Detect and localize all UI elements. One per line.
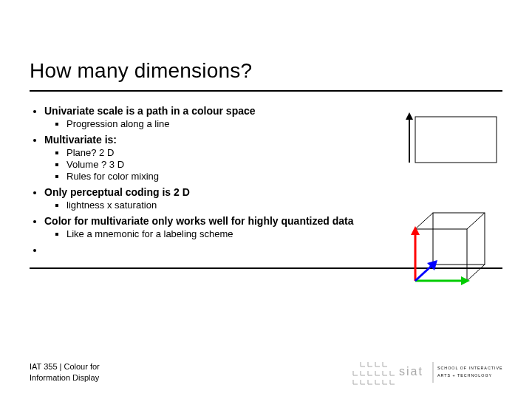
bullet-1: Univariate scale is a path in a colour s… — [44, 105, 392, 129]
bullet-2-heading: Multivariate is: — [44, 134, 117, 146]
slide: How many dimensions? Univariate scale is… — [0, 0, 532, 399]
text-column: Univariate scale is a path in a colour s… — [30, 105, 392, 256]
figure-3d-svg — [400, 208, 502, 296]
svg-line-6 — [467, 213, 485, 229]
title-divider — [30, 90, 502, 92]
bullet-4: Color for multivariate only works well f… — [44, 215, 392, 239]
bullet-4-heading: Color for multivariate only works well f… — [44, 215, 354, 227]
bullet-2-sub-3: Rules for color mixing — [66, 171, 392, 182]
footer-line-2: Information Display — [30, 372, 148, 383]
bullet-2-sub-2: Volume ? 3 D — [66, 159, 392, 170]
bullet-1-sublist: Progression along a line — [44, 118, 392, 129]
svg-line-5 — [415, 213, 433, 229]
school-logo: siat SCHOOL OF INTERACTIVE ARTS + TECHNO… — [347, 358, 502, 387]
bullet-3-heading: Only perceptual coding is 2 D — [44, 186, 190, 198]
bullet-3-sub-1: lightness x saturation — [66, 200, 392, 211]
school-logo-svg: siat SCHOOL OF INTERACTIVE ARTS + TECHNO… — [347, 358, 502, 387]
svg-rect-0 — [415, 117, 497, 163]
svg-line-13 — [415, 265, 433, 281]
bullet-3-sublist: lightness x saturation — [44, 200, 392, 211]
bullet-list: Univariate scale is a path in a colour s… — [30, 105, 392, 256]
svg-marker-10 — [411, 226, 420, 235]
svg-marker-2 — [406, 112, 413, 120]
content-area: Univariate scale is a path in a colour s… — [30, 105, 502, 256]
footer-text: IAT 355 | Colour for Information Display — [30, 361, 148, 383]
bullet-4-sub-1: Like a mnemonic for a labeling scheme — [66, 228, 392, 239]
svg-line-7 — [467, 265, 485, 281]
figure-3d — [400, 208, 502, 296]
figure-2d-svg — [400, 111, 502, 168]
bullet-2: Multivariate is: Plane? 2 D Volume ? 3 D… — [44, 134, 392, 182]
logo-line-2: ARTS + TECHNOLOGY — [437, 373, 492, 378]
bullet-1-sub-1: Progression along a line — [66, 118, 392, 129]
logo-line-1: SCHOOL OF INTERACTIVE — [437, 366, 502, 370]
svg-text:siat: siat — [399, 365, 423, 378]
svg-marker-12 — [461, 276, 470, 285]
footer-line-1: IAT 355 | Colour for — [30, 361, 148, 372]
figure-2d — [400, 111, 502, 168]
bullet-3: Only perceptual coding is 2 D lightness … — [44, 186, 392, 211]
bullet-1-heading: Univariate scale is a path in a colour s… — [44, 105, 256, 117]
bullet-5-empty — [44, 244, 392, 256]
svg-rect-4 — [433, 213, 485, 265]
bullet-4-sublist: Like a mnemonic for a labeling scheme — [44, 228, 392, 239]
bullet-2-sub-1: Plane? 2 D — [66, 147, 392, 158]
bullet-2-sublist: Plane? 2 D Volume ? 3 D Rules for color … — [44, 147, 392, 182]
slide-title: How many dimensions? — [30, 59, 502, 83]
